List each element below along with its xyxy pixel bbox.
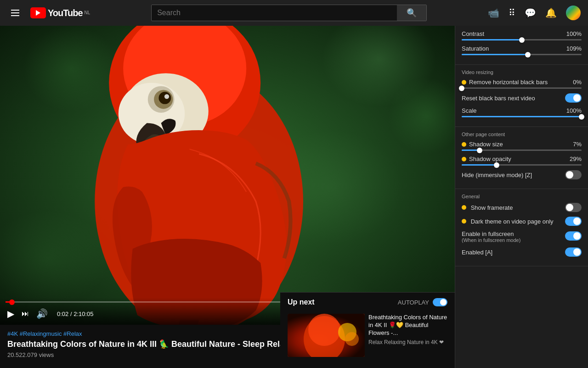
shadow-opacity-thumb — [494, 162, 499, 168]
video-thumbnail[interactable]: ▶ ⏭ 🔊 0:02 / 2:10:05 🎬 HD ⬜ ⧉ — [0, 26, 455, 325]
play-button[interactable]: ▶ — [6, 306, 16, 321]
dark-theme-dot — [462, 219, 466, 224]
scale-value: 100% — [566, 107, 582, 114]
rec-channel: Relax Relaxing Nature in 4K ❤ — [368, 339, 447, 345]
shadow-size-value: 7% — [573, 141, 582, 148]
dark-theme-label: Dark theme on video page only — [462, 218, 554, 225]
header-right: 📹 ⠿ 💬 🔔 — [488, 6, 581, 20]
shadow-opacity-value: 29% — [570, 155, 582, 162]
autoplay-row: AUTOPLAY — [398, 298, 447, 306]
remove-bars-slider[interactable] — [462, 87, 582, 89]
search-input[interactable] — [152, 5, 397, 21]
enabled-knob — [573, 248, 581, 256]
contrast-fill — [462, 39, 522, 40]
rec-title: Breathtaking Colors of Nature in 4K II 🌹… — [368, 314, 447, 337]
enabled-toggle[interactable] — [565, 247, 582, 257]
apps-grid-icon[interactable]: ⠿ — [509, 7, 515, 18]
up-next-section: Up next AUTOPLAY — [280, 292, 455, 368]
contrast-label: Contrast — [462, 30, 484, 37]
dark-theme-row: Dark theme on video page only — [462, 217, 582, 226]
show-framerate-toggle[interactable] — [565, 203, 582, 212]
reset-bars-label: Reset black bars next video — [462, 95, 535, 102]
remove-bars-label: Remove horizontal black bars — [462, 79, 548, 86]
rec-thumbnail — [288, 314, 365, 357]
saturation-slider[interactable] — [462, 54, 582, 55]
shadow-opacity-fill — [462, 164, 497, 166]
search-button[interactable]: 🔍 — [397, 5, 426, 21]
youtube-icon — [30, 7, 46, 18]
logo-country: NL — [85, 10, 90, 15]
fullscreen-sublabel: (When in fullscreen mode) — [462, 237, 520, 243]
scale-slider[interactable] — [462, 116, 582, 117]
next-button[interactable]: ⏭ — [20, 308, 31, 320]
shadow-opacity-setting: Shadow opacity 29% — [462, 155, 582, 166]
video-frame — [0, 26, 455, 325]
autoplay-label: AUTOPLAY — [398, 299, 429, 306]
time-display: 0:02 / 2:10:05 — [57, 310, 94, 317]
svg-point-15 — [164, 94, 169, 99]
scale-label: Scale — [462, 107, 477, 114]
svg-point-19 — [308, 314, 340, 346]
other-page-section: Other page content Shadow size 7% — [455, 127, 588, 189]
enabled-row: Enabled [A] — [462, 247, 582, 257]
general-section: General Show framerate Dark theme on vid… — [455, 189, 588, 266]
reset-bars-knob — [573, 94, 581, 102]
remove-bars-value: 0% — [573, 79, 582, 86]
saturation-setting: Saturation 109% — [462, 45, 582, 55]
time-current: 0:02 — [57, 310, 68, 317]
video-resizing-title: Video resizing — [462, 69, 582, 75]
logo-text: YouTube — [48, 8, 83, 18]
hide-immersive-row: Hide (immersive mode) [Z] — [462, 170, 582, 179]
contrast-setting: Contrast 100% — [462, 30, 582, 40]
saturation-fill — [462, 54, 528, 55]
shadow-size-thumb — [477, 148, 482, 153]
contrast-value: 100% — [566, 30, 582, 37]
hide-immersive-toggle[interactable] — [565, 170, 582, 179]
shadow-size-setting: Shadow size 7% — [462, 141, 582, 151]
svg-point-21 — [345, 332, 359, 346]
youtube-logo[interactable]: YouTube NL — [30, 7, 90, 18]
create-video-icon[interactable]: 📹 — [488, 7, 499, 18]
reset-bars-toggle[interactable] — [565, 93, 582, 103]
fullscreen-toggle[interactable] — [565, 231, 582, 241]
settings-panel: Contrast 100% Saturation 109% — [455, 26, 588, 368]
recommendation-item[interactable]: Breathtaking Colors of Nature in 4K II 🌹… — [288, 314, 447, 357]
messages-icon[interactable]: 💬 — [525, 7, 536, 18]
saturation-label: Saturation — [462, 45, 489, 52]
user-avatar[interactable] — [566, 6, 581, 20]
hamburger-menu[interactable] — [7, 6, 23, 20]
contrast-slider[interactable] — [462, 39, 582, 40]
video-container: ▶ ⏭ 🔊 0:02 / 2:10:05 🎬 HD ⬜ ⧉ — [0, 26, 455, 325]
video-resizing-section: Video resizing Remove horizontal black b… — [455, 65, 588, 127]
show-framerate-knob — [566, 204, 573, 211]
show-framerate-label: Show framerate — [462, 204, 513, 211]
remove-bars-setting: Remove horizontal black bars 0% — [462, 79, 582, 89]
fullscreen-row: Enable in fullscreen (When in fullscreen… — [462, 230, 582, 243]
remove-bars-thumb — [459, 86, 464, 91]
header: YouTube NL 🔍 📹 ⠿ 💬 🔔 — [0, 0, 588, 26]
video-color-section: Contrast 100% Saturation 109% — [455, 26, 588, 65]
volume-button[interactable]: 🔊 — [34, 306, 50, 321]
reset-bars-row: Reset black bars next video — [462, 93, 582, 103]
dark-theme-knob — [573, 218, 581, 225]
saturation-value: 109% — [566, 45, 582, 52]
rec-thumb-image — [288, 314, 365, 357]
remove-bars-dot — [462, 80, 466, 85]
shadow-size-label: Shadow size — [462, 141, 503, 148]
time-total: 2:10:05 — [74, 310, 93, 317]
scale-setting: Scale 100% — [462, 107, 582, 117]
shadow-size-slider[interactable] — [462, 150, 582, 151]
fullscreen-label: Enable in fullscreen (When in fullscreen… — [462, 230, 520, 243]
notifications-icon[interactable]: 🔔 — [545, 7, 557, 18]
svg-point-3 — [24, 26, 119, 111]
dark-theme-toggle[interactable] — [565, 217, 582, 226]
fullscreen-knob — [573, 232, 581, 240]
autoplay-toggle[interactable] — [433, 298, 447, 306]
shadow-opacity-slider[interactable] — [462, 164, 582, 166]
shadow-opacity-label: Shadow opacity — [462, 155, 511, 162]
svg-point-16 — [164, 121, 175, 128]
show-framerate-row: Show framerate — [462, 203, 582, 212]
saturation-thumb — [525, 52, 531, 58]
progress-thumb — [9, 299, 15, 305]
general-title: General — [462, 194, 582, 199]
